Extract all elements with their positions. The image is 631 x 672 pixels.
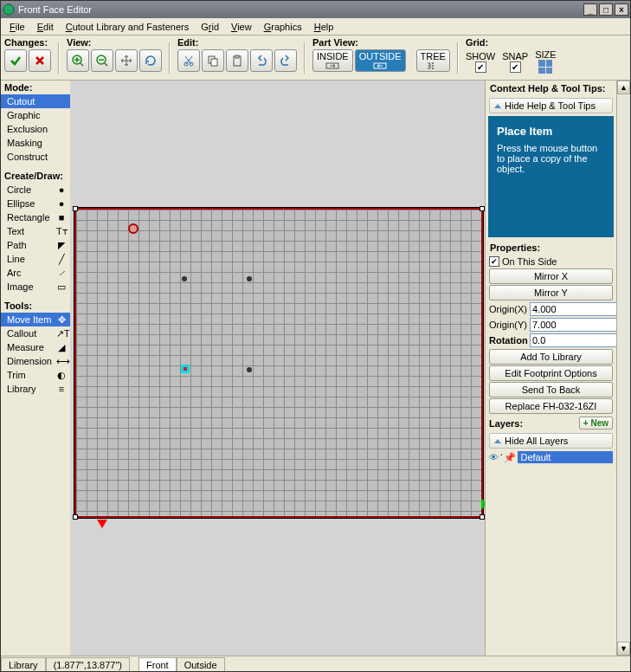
create-line[interactable]: Line╱ [1,252,70,266]
canvas[interactable] [70,81,485,656]
toolbar: Changes: View: Edit: Part View: INSIDE [1,36,630,81]
tip-title: Place Item [497,125,605,138]
hole-marker[interactable] [247,367,252,372]
hole-marker[interactable] [247,276,252,281]
edit-footprint-button[interactable]: Edit Footprint Options [489,365,613,381]
zoom-in-button[interactable] [67,49,89,72]
create-ellipse[interactable]: Ellipse● [1,197,70,210]
dimension-icon: ⟷ [56,356,67,367]
grid-size-label: SIZE [535,49,556,60]
properties-header: Properties: [490,242,540,253]
grid-show-checkbox[interactable]: ✔ [475,61,486,73]
status-tab-front[interactable]: Front [138,657,177,672]
mirror-x-button[interactable]: Mirror X [489,268,613,284]
mode-cutout[interactable]: Cutout [1,94,70,108]
create-image[interactable]: Image▭ [1,280,70,294]
undo-button[interactable] [250,49,273,72]
menu-grid[interactable]: Grid [196,20,224,34]
collapse-up-icon [494,439,501,443]
panel-outline[interactable] [74,208,483,518]
scroll-down-icon[interactable]: ▼ [617,642,630,656]
tree-button[interactable]: TREE [416,49,450,72]
svg-point-0 [3,4,14,15]
layer-row[interactable]: 👁 ‘ 📌 Default [486,450,616,464]
scroll-up-icon[interactable]: ▲ [617,81,630,94]
close-button[interactable]: × [615,3,628,16]
menu-graphics[interactable]: Graphics [259,20,307,34]
menu-view[interactable]: View [226,20,257,34]
line-icon: ╱ [56,254,67,265]
new-layer-button[interactable]: + New [579,417,613,430]
create-circle[interactable]: Circle● [1,183,70,197]
statusbar: Library (1.877",13.877") Front Outside [1,656,630,672]
tip-body: Press the mouse button to place a copy o… [497,143,605,174]
right-panel: Context Help & Tool Tips: Hide Help & To… [485,81,630,656]
hide-layers-toggle[interactable]: Hide All Layers [489,433,613,449]
copy-button[interactable] [202,49,224,72]
collapse-up-icon [494,104,501,108]
refresh-button[interactable] [139,49,162,72]
hole-marker[interactable] [182,276,187,281]
tool-move-item[interactable]: Move Item✥ [1,313,70,326]
tool-callout[interactable]: Callout↗T [1,326,70,340]
partview-label: Part View: [312,37,450,48]
origin-y-arrow-icon [97,520,107,528]
titlebar: Front Face Editor _ □ × [1,1,630,18]
selected-cutout[interactable] [181,365,190,373]
on-this-side-checkbox[interactable]: ✔ [489,256,499,267]
right-scrollbar[interactable]: ▲ ▼ [616,81,630,656]
minimize-button[interactable]: _ [583,3,597,16]
redo-button[interactable] [274,49,297,72]
lock-icon[interactable]: ‘ [500,452,502,462]
pin-icon[interactable]: 📌 [504,452,516,463]
on-this-side-label: On This Side [502,256,557,267]
paste-button[interactable] [226,49,248,72]
create-rectangle[interactable]: Rectangle■ [1,210,70,224]
send-to-back-button[interactable]: Send To Back [489,382,613,397]
layer-name[interactable]: Default [518,451,613,463]
path-icon: ◤ [56,240,67,251]
rotation-label: Rotation [489,335,527,346]
cut-button[interactable] [177,49,200,72]
tool-library[interactable]: Library≡ [1,382,70,396]
add-to-library-button[interactable]: Add To Library [489,349,613,365]
hole-marker[interactable] [128,223,138,234]
outside-button[interactable]: OUTSIDE [355,49,406,72]
create-path[interactable]: Path◤ [1,238,70,252]
tool-measure[interactable]: Measure◢ [1,340,70,354]
origin-y-label: Origin(Y) [489,320,527,330]
menu-help[interactable]: Help [309,20,339,34]
replace-button[interactable]: Replace FH-032-16ZI [489,398,613,414]
hide-help-toggle[interactable]: Hide Help & Tool Tips [489,98,613,113]
text-icon: Tᴛ [56,226,67,237]
mirror-y-button[interactable]: Mirror Y [489,285,613,300]
menu-edit[interactable]: Edit [32,20,59,34]
zoom-out-button[interactable] [91,49,113,72]
inside-button[interactable]: INSIDE [312,49,353,72]
maximize-button[interactable]: □ [599,3,613,16]
status-tab-outside[interactable]: Outside [177,657,225,672]
origin-x-label: Origin(X) [489,304,527,314]
create-arc[interactable]: Arc⟋ [1,266,70,280]
eye-icon[interactable]: 👁 [489,452,499,462]
tool-trim[interactable]: Trim◐ [1,368,70,382]
mode-exclusion[interactable]: Exclusion [1,122,70,136]
mode-graphic[interactable]: Graphic [1,108,70,122]
origin-y-input[interactable] [530,318,616,332]
mode-construct[interactable]: Construct [1,150,70,164]
pan-button[interactable] [115,49,138,72]
origin-x-input[interactable] [530,302,616,316]
mode-masking[interactable]: Masking [1,136,70,150]
grid-snap-checkbox[interactable]: ✔ [510,61,521,73]
grid-size-button[interactable] [538,60,552,74]
svg-point-13 [432,68,434,69]
create-text[interactable]: TextTᴛ [1,224,70,238]
rotation-input[interactable] [530,333,616,347]
cancel-button[interactable] [29,49,51,72]
menu-file[interactable]: File [4,20,30,34]
move-icon: ✥ [56,314,67,326]
accept-button[interactable] [4,49,27,72]
status-tab-library[interactable]: Library [1,657,46,672]
tool-dimension[interactable]: Dimension⟷ [1,354,70,368]
menu-cutout[interactable]: Cutout Library and Fasteners [61,20,194,34]
